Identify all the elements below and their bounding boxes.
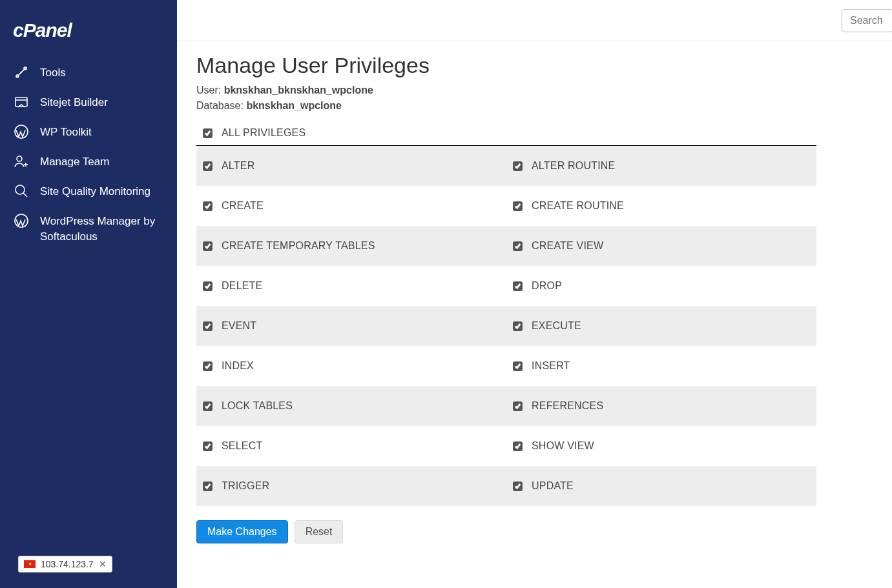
- search-input[interactable]: [842, 9, 892, 32]
- privilege-row: SELECT SHOW VIEW: [196, 426, 816, 466]
- privilege-label: CREATE VIEW: [532, 240, 603, 252]
- sidebar-item-label: Sitejet Builder: [40, 94, 164, 110]
- privilege-label: DELETE: [222, 280, 262, 292]
- privileges-table: ALTER ALTER ROUTINE CREATE CREATE ROUTIN…: [196, 145, 816, 506]
- sidebar-item-tools[interactable]: Tools: [0, 57, 177, 87]
- privilege-label: LOCK TABLES: [222, 400, 293, 412]
- privilege-label: CREATE: [222, 200, 264, 212]
- sidebar-item-label: Tools: [40, 64, 164, 81]
- privilege-checkbox[interactable]: [513, 161, 523, 171]
- sidebar-item-site-quality[interactable]: Site Quality Monitoring: [0, 176, 177, 206]
- privilege-row: DELETE DROP: [196, 266, 816, 306]
- privilege-label: REFERENCES: [532, 400, 603, 412]
- privilege-checkbox[interactable]: [203, 401, 213, 411]
- privilege-cell: CREATE: [196, 200, 506, 212]
- privilege-cell: DELETE: [196, 280, 506, 292]
- privilege-label: EVENT: [222, 320, 256, 332]
- privilege-cell: DROP: [506, 280, 816, 292]
- privilege-cell: ALTER: [196, 160, 506, 172]
- sidebar-item-sitejet[interactable]: Sitejet Builder: [0, 87, 177, 117]
- privilege-checkbox[interactable]: [513, 201, 523, 211]
- privilege-cell: UPDATE: [506, 480, 816, 492]
- privilege-checkbox[interactable]: [203, 441, 213, 451]
- privilege-cell: CREATE TEMPORARY TABLES: [196, 240, 506, 252]
- privilege-label: EXECUTE: [532, 320, 581, 332]
- privilege-checkbox[interactable]: [513, 361, 523, 371]
- privilege-label: CREATE ROUTINE: [532, 200, 624, 212]
- privilege-row: LOCK TABLES REFERENCES: [196, 386, 816, 426]
- database-label: Database:: [196, 100, 246, 111]
- privilege-checkbox[interactable]: [513, 321, 523, 331]
- database-value: bknskhan_wpclone: [246, 100, 342, 111]
- privilege-checkbox[interactable]: [203, 201, 213, 211]
- sitejet-icon: [13, 94, 30, 110]
- privilege-checkbox[interactable]: [513, 241, 523, 251]
- privilege-checkbox[interactable]: [203, 321, 213, 331]
- privilege-row: ALTER ALTER ROUTINE: [196, 146, 816, 186]
- privilege-cell: SHOW VIEW: [506, 440, 816, 452]
- privilege-checkbox[interactable]: [203, 482, 213, 491]
- sidebar-item-wp-toolkit[interactable]: WP Toolkit: [0, 117, 177, 147]
- topbar: [177, 0, 892, 41]
- privilege-cell: TRIGGER: [196, 480, 506, 492]
- privilege-checkbox[interactable]: [513, 441, 523, 451]
- database-line: Database: bknskhan_wpclone: [196, 100, 873, 112]
- svg-point-5: [16, 185, 25, 194]
- page-title: Manage User Privileges: [196, 53, 873, 78]
- main-content: Manage User Privileges User: bknskhan_bk…: [177, 41, 892, 588]
- team-icon: [13, 153, 30, 170]
- privilege-label: ALTER: [222, 160, 254, 172]
- tools-icon: [13, 64, 30, 81]
- privilege-checkbox[interactable]: [513, 401, 523, 411]
- privilege-checkbox[interactable]: [203, 361, 213, 371]
- user-value: bknskhan_bknskhan_wpclone: [224, 85, 373, 96]
- privilege-cell: LOCK TABLES: [196, 400, 506, 412]
- privilege-row: CREATE TEMPORARY TABLES CREATE VIEW: [196, 226, 816, 266]
- all-privileges-checkbox[interactable]: [203, 128, 213, 138]
- privilege-row: TRIGGER UPDATE: [196, 466, 816, 506]
- ip-address-bar[interactable]: 103.74.123.7 ✕: [18, 556, 112, 573]
- all-privileges-row: ALL PRIVILEGES: [196, 127, 873, 139]
- privilege-row: INDEX INSERT: [196, 346, 816, 386]
- action-buttons: Make Changes Reset: [196, 520, 873, 543]
- make-changes-button[interactable]: Make Changes: [196, 520, 288, 543]
- brand-logo: cPanel: [0, 13, 177, 57]
- sidebar-item-label: WP Toolkit: [40, 123, 164, 140]
- privilege-checkbox[interactable]: [513, 482, 523, 491]
- all-privileges-label: ALL PRIVILEGES: [222, 127, 306, 139]
- user-label: User:: [196, 85, 224, 96]
- privilege-label: INSERT: [532, 360, 570, 372]
- privilege-cell: INSERT: [506, 360, 816, 372]
- privilege-checkbox[interactable]: [203, 241, 213, 251]
- svg-point-4: [17, 156, 22, 161]
- privilege-checkbox[interactable]: [203, 281, 213, 291]
- privilege-label: UPDATE: [532, 480, 574, 492]
- privilege-cell: INDEX: [196, 360, 506, 372]
- privilege-row: CREATE CREATE ROUTINE: [196, 186, 816, 226]
- privilege-label: INDEX: [222, 360, 254, 372]
- ip-address-text: 103.74.123.7: [41, 559, 94, 569]
- privilege-cell: ALTER ROUTINE: [506, 160, 816, 172]
- sidebar-item-label: Manage Team: [40, 153, 164, 170]
- privilege-label: ALTER ROUTINE: [532, 160, 615, 172]
- close-icon[interactable]: ✕: [99, 559, 107, 569]
- sidebar-item-label: Site Quality Monitoring: [40, 183, 164, 199]
- privilege-label: SHOW VIEW: [532, 440, 594, 452]
- privilege-row: EVENT EXECUTE: [196, 306, 816, 346]
- sidebar: cPanel Tools Sitejet Builder WP Toolkit …: [0, 0, 177, 588]
- privilege-checkbox[interactable]: [513, 281, 523, 291]
- wordpress-icon: [13, 212, 30, 229]
- reset-button[interactable]: Reset: [295, 520, 344, 543]
- privilege-cell: CREATE VIEW: [506, 240, 816, 252]
- wordpress-icon: [13, 123, 30, 140]
- magnify-icon: [13, 183, 30, 199]
- flag-icon: [24, 560, 36, 568]
- sidebar-item-wp-manager[interactable]: WordPress Manager by Softaculous: [0, 206, 177, 251]
- privilege-cell: EXECUTE: [506, 320, 816, 332]
- privilege-label: TRIGGER: [222, 480, 269, 492]
- privilege-cell: SELECT: [196, 440, 506, 452]
- brand-text: cPanel: [13, 19, 72, 41]
- privilege-checkbox[interactable]: [203, 161, 213, 171]
- sidebar-item-manage-team[interactable]: Manage Team: [0, 147, 177, 176]
- user-line: User: bknskhan_bknskhan_wpclone: [196, 85, 873, 96]
